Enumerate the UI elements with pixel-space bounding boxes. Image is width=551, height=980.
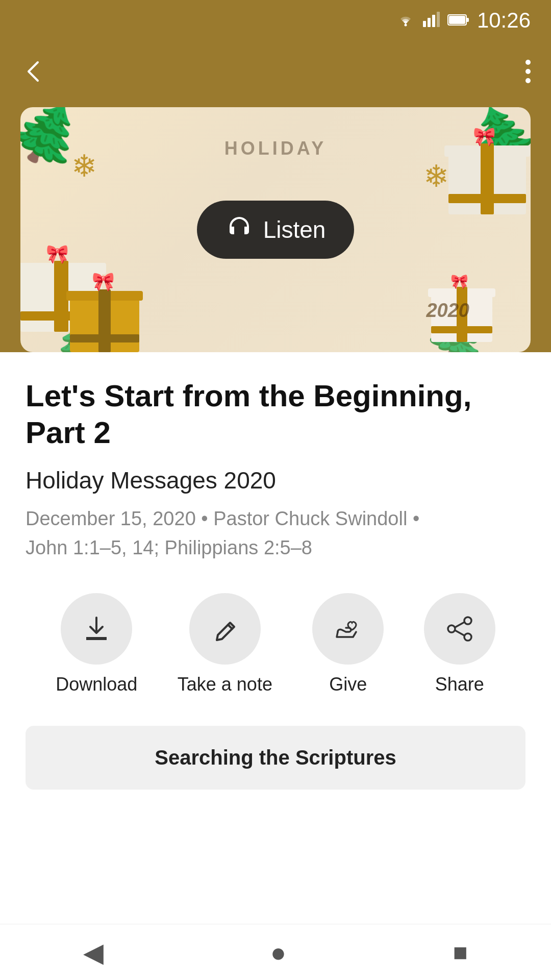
nav-home-icon: ● bbox=[270, 937, 286, 968]
hero-image: 🌲 🌲 🌲 🌲 ❄ ❄ 🎀 🎀 bbox=[20, 107, 531, 352]
svg-rect-4 bbox=[437, 12, 440, 27]
share-label: Share bbox=[435, 674, 484, 695]
sermon-title: Let's Start from the Beginning, Part 2 bbox=[26, 378, 525, 451]
hero-container: 🌲 🌲 🌲 🌲 ❄ ❄ 🎀 🎀 bbox=[0, 102, 551, 352]
scripture-btn-label: Searching the Scriptures bbox=[155, 746, 396, 769]
give-circle bbox=[312, 593, 384, 665]
svg-rect-2 bbox=[428, 18, 431, 27]
share-circle bbox=[424, 593, 495, 665]
action-row: Download Take a note Give bbox=[26, 593, 525, 695]
series-overlay: HOLIDAY bbox=[20, 138, 531, 159]
meta-info: December 15, 2020 • Pastor Chuck Swindol… bbox=[26, 504, 525, 562]
share-action[interactable]: Share bbox=[424, 593, 495, 695]
svg-rect-1 bbox=[423, 21, 426, 27]
note-action[interactable]: Take a note bbox=[178, 593, 272, 695]
series-year: 2020 bbox=[426, 300, 469, 322]
status-icons: 10:26 bbox=[395, 8, 531, 33]
separator-1: • bbox=[201, 508, 213, 529]
top-nav bbox=[0, 41, 551, 102]
more-dot bbox=[525, 78, 531, 83]
content-area: Let's Start from the Beginning, Part 2 H… bbox=[0, 352, 551, 892]
download-label: Download bbox=[56, 674, 137, 695]
note-circle bbox=[189, 593, 261, 665]
wifi-icon bbox=[395, 10, 416, 31]
sermon-date: December 15, 2020 bbox=[26, 508, 196, 529]
battery-icon bbox=[447, 11, 470, 31]
svg-point-0 bbox=[404, 24, 407, 27]
sermon-scripture: John 1:1–5, 14; Philippians 2:5–8 bbox=[26, 537, 312, 558]
series-name: Holiday Messages 2020 bbox=[26, 467, 525, 494]
nav-recents-icon: ■ bbox=[453, 938, 468, 966]
searching-scriptures-button[interactable]: Searching the Scriptures bbox=[26, 726, 525, 790]
svg-rect-3 bbox=[432, 15, 435, 27]
note-label: Take a note bbox=[178, 674, 272, 695]
nav-back-button[interactable]: ◀ bbox=[83, 937, 104, 968]
listen-label: Listen bbox=[263, 216, 326, 243]
svg-point-8 bbox=[464, 617, 471, 624]
svg-line-11 bbox=[455, 622, 464, 627]
more-dot bbox=[525, 60, 531, 65]
bottom-nav: ◀ ● ■ bbox=[0, 924, 551, 980]
svg-rect-6 bbox=[466, 18, 469, 22]
svg-rect-7 bbox=[449, 16, 465, 24]
back-button[interactable] bbox=[20, 58, 47, 85]
nav-recents-button[interactable]: ■ bbox=[453, 938, 468, 966]
svg-line-12 bbox=[455, 630, 464, 635]
gift-box-3: 🎀 bbox=[439, 122, 531, 214]
svg-point-10 bbox=[464, 633, 471, 641]
svg-point-9 bbox=[448, 625, 455, 632]
gift-box-2: 🎀 bbox=[61, 271, 148, 352]
listen-button[interactable]: Listen bbox=[197, 201, 355, 259]
more-dot bbox=[525, 69, 531, 74]
give-action[interactable]: Give bbox=[312, 593, 384, 695]
download-action[interactable]: Download bbox=[56, 593, 137, 695]
headphones-icon bbox=[226, 213, 253, 247]
nav-home-button[interactable]: ● bbox=[270, 937, 286, 968]
sermon-pastor: Pastor Chuck Swindoll bbox=[213, 508, 407, 529]
clock: 10:26 bbox=[477, 8, 531, 33]
signal-icon bbox=[423, 10, 440, 31]
more-options-button[interactable] bbox=[525, 60, 531, 83]
give-label: Give bbox=[329, 674, 367, 695]
nav-back-icon: ◀ bbox=[83, 937, 104, 968]
download-circle bbox=[61, 593, 132, 665]
separator-2: • bbox=[413, 508, 419, 529]
status-bar: 10:26 bbox=[0, 0, 551, 41]
